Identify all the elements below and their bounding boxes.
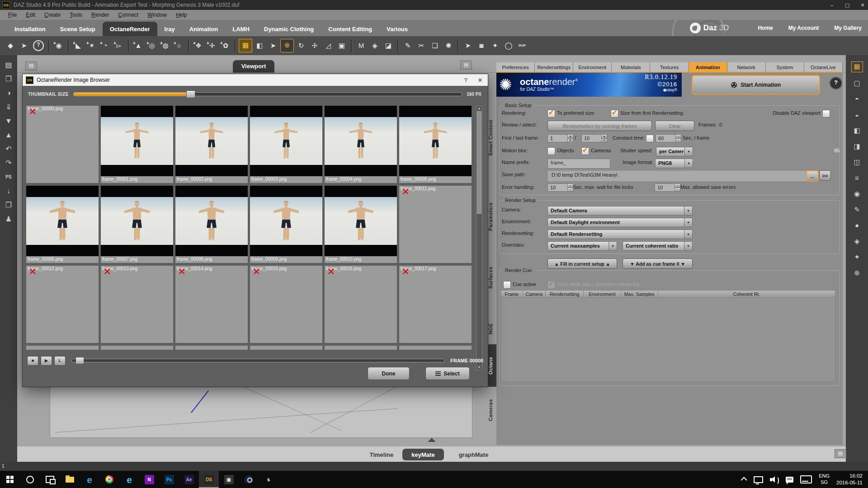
add-cue-frame-button[interactable]: ▼ Add as cue frame 0 ▼ [623, 258, 693, 269]
frame-cell[interactable]: ✕frame_00011.png [399, 186, 472, 263]
scale-tool-icon[interactable]: ◿ [322, 39, 335, 52]
menu-window[interactable]: Window [143, 11, 171, 19]
play-button[interactable]: ▶ [41, 356, 52, 366]
thumbnail-scrollbar[interactable]: ▲ ▼ [476, 106, 482, 370]
frame-cell[interactable]: frame_00010.png [325, 186, 397, 263]
objects-checkbox[interactable] [547, 147, 555, 155]
spin-minus-icon[interactable]: − [675, 188, 680, 192]
language-indicator[interactable]: ENGSG [819, 473, 830, 486]
content-icon[interactable]: ◑ [6, 89, 11, 97]
pane-grid-icon[interactable]: ▦ [851, 61, 863, 72]
tab-animation[interactable]: Animation [182, 22, 226, 36]
image-format-dropdown[interactable]: PNG8 [655, 159, 693, 168]
cameras-checkbox[interactable] [581, 147, 589, 155]
done-button[interactable]: Done [368, 367, 410, 380]
game-app-icon[interactable]: ♞ [259, 471, 278, 488]
viewport-tab[interactable]: Viewport [233, 60, 274, 73]
photos-app-icon[interactable]: ▣ [219, 471, 239, 488]
network-icon[interactable] [754, 476, 763, 483]
link-my-gallery[interactable]: My Gallery [834, 25, 862, 31]
frame-cell[interactable]: frame_00009.png [250, 186, 322, 263]
spin-minus-icon[interactable]: − [567, 188, 573, 192]
volume-icon[interactable] [770, 476, 779, 483]
tab-keymate[interactable]: keyMate [402, 449, 444, 460]
rendersetting-dropdown[interactable]: Default Rendersetting [547, 230, 693, 239]
frame-cell[interactable]: ✕frame_00012.png [26, 266, 99, 343]
daz-studio-icon[interactable]: DS [199, 471, 219, 488]
dialog-help-button[interactable]: ? [461, 77, 471, 84]
tab-various[interactable]: Various [379, 22, 415, 36]
panel-tab-network[interactable]: Network [727, 62, 766, 72]
scrollbar-thumb[interactable] [477, 111, 481, 214]
panel-tab-preferences[interactable]: Preferences [496, 62, 535, 72]
override-maxsamples-dropdown[interactable]: Current maxsamples [547, 241, 617, 251]
dialog-titlebar[interactable]: DS OctaneRender Image Browser ? ✕ [23, 74, 488, 86]
frame-cell[interactable]: ✕frame_00014.png [175, 266, 248, 343]
node-select-icon[interactable]: ➤ [267, 39, 279, 52]
scene-node-icon[interactable]: ◆ [4, 39, 17, 52]
render-camera-icon[interactable]: ◙ [475, 39, 488, 52]
panel-tab-materials[interactable]: Materials [612, 62, 650, 72]
size-from-first-checkbox[interactable] [611, 110, 618, 117]
steam-icon[interactable] [239, 471, 259, 488]
photoshop-icon[interactable]: Ps [159, 471, 179, 488]
scroll-down-icon[interactable]: ▼ [476, 365, 482, 370]
pane-right-icon[interactable]: ◨ [852, 141, 863, 151]
camera-dropdown[interactable]: Default Camera [547, 206, 693, 216]
edge-icon[interactable]: e [80, 471, 99, 488]
help-circle-icon[interactable]: ? [33, 40, 44, 51]
pane-top-icon[interactable]: ◓ [852, 94, 863, 104]
scheme-icon[interactable]: M [355, 39, 368, 52]
undo-icon[interactable]: ↶ [5, 145, 11, 153]
file-lock-wait-spinner[interactable]: 10 +− [547, 183, 573, 192]
disable-daz-viewport-checkbox[interactable] [822, 110, 830, 117]
import-icon[interactable]: ▼ [5, 117, 12, 125]
sphere-icon[interactable]: ● [852, 221, 863, 230]
side-tab-surfaces[interactable]: Surfaces [488, 255, 496, 300]
side-tab-smart-content[interactable]: Smart Content [488, 108, 496, 167]
last-frame-spinner[interactable]: 10 ▲▼ [581, 134, 607, 142]
panel-tab-octanelive[interactable]: OctaneLive [804, 62, 843, 72]
clock[interactable]: 16:022016-05-11 [836, 473, 863, 486]
shutter-speed-dropdown[interactable]: per Camer [656, 147, 693, 156]
spin-plus-icon[interactable]: + [675, 183, 680, 188]
fill-current-setup-button[interactable]: ▲ Fill in current setup ▲ [547, 258, 617, 269]
pane-quad-icon[interactable]: ◫ [852, 157, 863, 167]
add-camera2-icon[interactable]: ◍ [159, 39, 172, 52]
new-file-icon[interactable]: ▤ [5, 61, 12, 69]
surface-icon[interactable]: ◪ [382, 39, 395, 52]
spin-up-icon[interactable]: ▲ [567, 134, 573, 138]
minimize-button[interactable]: – [824, 0, 840, 10]
environment-dropdown[interactable]: Default Daylight environment [547, 218, 693, 227]
dialog-close-button[interactable]: ✕ [475, 77, 485, 84]
duf-save-icon[interactable]: DUF [516, 39, 528, 52]
frame-cell[interactable]: ✕frame_00016.png [325, 266, 397, 343]
notification-icon[interactable] [786, 477, 793, 483]
pane-options-icon[interactable]: ▤ [25, 61, 37, 70]
export-icon[interactable]: ▲ [5, 131, 12, 139]
side-tab-parameters[interactable]: Parameters [488, 190, 496, 244]
frame-cell[interactable]: ✕frame_00000.png [26, 106, 99, 183]
onenote-icon[interactable]: N [139, 471, 159, 488]
spin-plus-icon[interactable]: + [675, 134, 681, 138]
tab-iray[interactable]: Iray [157, 22, 182, 36]
frame-cell[interactable]: frame_00001.png [101, 106, 173, 183]
review-select-button[interactable]: Review/select by existing frames [547, 121, 652, 131]
add-bulb-icon[interactable]: ○ [173, 39, 185, 52]
save-icon[interactable]: ⇓ [5, 103, 11, 111]
frame-tool-icon[interactable]: ▣ [335, 39, 348, 52]
panel-help-button[interactable]: ? [830, 77, 842, 89]
max-save-errors-spinner[interactable]: 10 +− [655, 183, 680, 192]
panel-tab-environment[interactable]: Environment [573, 62, 612, 72]
lab-icon[interactable]: ✺ [442, 39, 455, 52]
start-animation-button[interactable]: ✇ Start Animation [692, 75, 820, 95]
panel-tab-textures[interactable]: Textures [650, 62, 689, 72]
search-button[interactable] [20, 471, 40, 488]
save-path-input[interactable]: D:\0 temp D\Test\G3M Heavy\ [547, 170, 808, 182]
whats-this-icon[interactable]: ➤ [18, 39, 30, 52]
panel-tab-rendersettings[interactable]: Rendersettings [535, 62, 573, 72]
file-explorer-icon[interactable] [60, 471, 80, 488]
expand-path-button[interactable]: >> [819, 170, 831, 181]
translate-tool-icon[interactable]: ✢ [308, 39, 321, 52]
add-instance-icon[interactable]: ✛ [206, 39, 218, 52]
